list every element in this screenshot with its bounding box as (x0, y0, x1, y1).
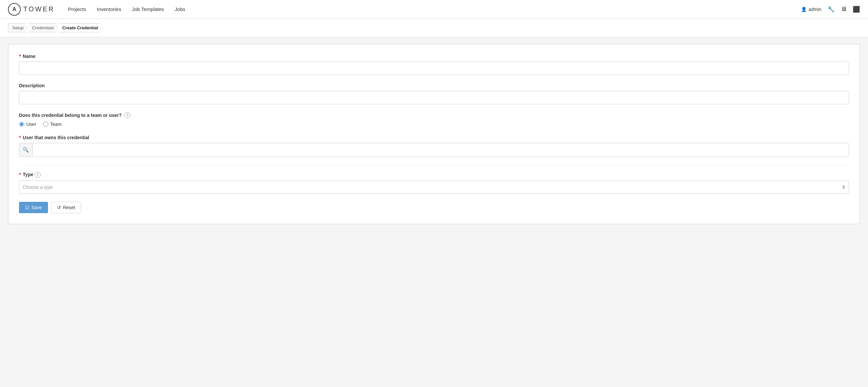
monitor-icon[interactable]: 🖥 (841, 6, 847, 13)
ownership-field-group: Does this credential belong to a team or… (19, 112, 849, 127)
owner-label: * User that owns this credential (19, 135, 849, 140)
nav-job-templates[interactable]: Job Templates (132, 0, 164, 18)
description-label: Description (19, 83, 849, 88)
type-select-wrapper: Choose a type Machine Source Control Vau… (19, 180, 849, 194)
app-name: TOWER (23, 5, 55, 13)
ownership-help-icon[interactable]: ? (124, 112, 130, 118)
breadcrumb-bar: Setup Credentials Create Credential (0, 19, 868, 37)
description-input[interactable] (19, 91, 849, 104)
owner-required-star: * (19, 135, 21, 140)
owner-search-icon: 🔍 (19, 143, 33, 156)
type-label: * Type ? (19, 172, 849, 178)
owner-search-wrapper: 🔍 (19, 143, 849, 157)
navbar-right: 👤 admin 🔧 🖥 ⬛ (801, 6, 860, 13)
name-label: * Name (19, 54, 849, 59)
main-content: * Name Description Does this credential … (0, 37, 868, 231)
logo-icon: A (8, 3, 21, 16)
ownership-question: Does this credential belong to a team or… (19, 112, 849, 118)
owner-field-group: * User that owns this credential 🔍 (19, 135, 849, 157)
nav-inventories[interactable]: Inventories (97, 0, 121, 18)
current-user: 👤 admin (801, 7, 822, 12)
form-actions: ☑ Save ↺ Reset (19, 202, 849, 213)
owner-search-input[interactable] (33, 143, 849, 156)
type-help-icon[interactable]: ? (35, 172, 41, 178)
form-divider (19, 165, 849, 165)
create-credential-form: * Name Description Does this credential … (8, 44, 860, 224)
settings-icon[interactable]: 🔧 (827, 6, 835, 13)
type-select[interactable]: Choose a type Machine Source Control Vau… (19, 180, 849, 194)
save-icon: ☑ (25, 205, 29, 210)
type-required-star: * (19, 172, 21, 177)
nav-jobs[interactable]: Jobs (175, 0, 185, 18)
type-field-group: * Type ? Choose a type Machine Source Co… (19, 172, 849, 194)
radio-team[interactable]: Team (43, 121, 62, 127)
nav-projects[interactable]: Projects (68, 0, 86, 18)
reset-icon: ↺ (57, 205, 61, 210)
breadcrumb-item-credentials[interactable]: Credentials (28, 23, 59, 32)
radio-team-input[interactable] (43, 121, 48, 127)
save-button[interactable]: ☑ Save (19, 202, 48, 213)
app-logo: A TOWER (8, 3, 55, 16)
name-field-group: * Name (19, 54, 849, 75)
reset-button[interactable]: ↺ Reset (51, 202, 81, 213)
navbar: A TOWER Projects Inventories Job Templat… (0, 0, 868, 19)
logout-icon[interactable]: ⬛ (852, 6, 860, 13)
radio-user[interactable]: User (19, 121, 36, 127)
description-field-group: Description (19, 83, 849, 104)
radio-user-input[interactable] (19, 121, 24, 127)
ownership-radio-group: User Team (19, 121, 849, 127)
breadcrumb: Setup Credentials Create Credential (8, 23, 860, 32)
breadcrumb-item-create-credential: Create Credential (59, 23, 103, 32)
name-input[interactable] (19, 62, 849, 75)
main-nav: Projects Inventories Job Templates Jobs (68, 0, 801, 18)
user-icon: 👤 (801, 7, 807, 12)
name-required-star: * (19, 54, 21, 59)
breadcrumb-item-setup[interactable]: Setup (8, 23, 28, 32)
